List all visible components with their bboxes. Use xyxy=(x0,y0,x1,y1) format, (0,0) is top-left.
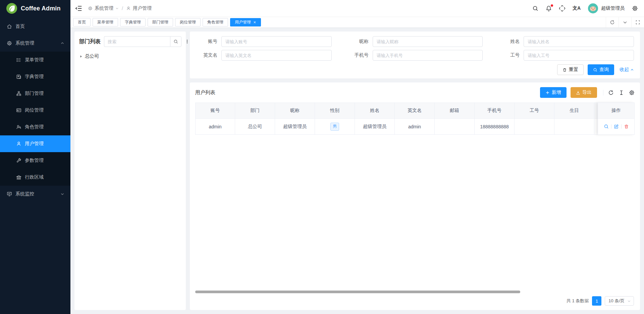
notification-bell-icon[interactable] xyxy=(546,5,552,11)
dept-panel-title: 部门列表 xyxy=(79,38,101,45)
export-button[interactable]: 导出 xyxy=(571,87,597,98)
dept-tree: 总公司 xyxy=(79,52,181,61)
sidebar-item-label: 参数管理 xyxy=(25,158,64,164)
refresh-icon[interactable] xyxy=(608,90,614,96)
translate-icon[interactable]: 文A xyxy=(573,5,581,11)
name-field[interactable] xyxy=(524,36,634,47)
table-row[interactable]: admin 总公司 超级管理员 男 超级管理员 admin 1888888888… xyxy=(195,119,635,135)
sidebar-item-user-mgmt[interactable]: 用户管理 xyxy=(0,135,70,152)
settings-gear-icon[interactable] xyxy=(632,5,638,11)
sidebar-item-role-mgmt[interactable]: 角色管理 xyxy=(0,119,70,135)
column-header[interactable]: 邮箱 xyxy=(435,103,475,119)
query-button[interactable]: 查询 xyxy=(588,64,614,75)
menu-fold-icon[interactable] xyxy=(75,5,83,12)
caret-right-icon[interactable] xyxy=(79,55,83,58)
scrollbar-thumb[interactable] xyxy=(195,291,520,293)
right-column: 账号 昵称 姓名 英文名 xyxy=(190,32,640,310)
sidebar-item-system[interactable]: 系统管理 xyxy=(0,35,70,52)
chevron-down-icon xyxy=(60,192,64,196)
sidebar-item-admin-region[interactable]: 行政区域 xyxy=(0,169,70,186)
topbar-actions: 文A 超级管理员 xyxy=(532,3,638,13)
sidebar-item-home[interactable]: 首页 xyxy=(0,18,70,35)
collapse-link[interactable]: 收起 xyxy=(620,67,634,73)
chevron-down-icon xyxy=(115,7,119,10)
column-settings-gear-icon[interactable] xyxy=(629,90,635,96)
sidebar-item-post-mgmt[interactable]: 岗位管理 xyxy=(0,102,70,119)
tab-dept-mgmt[interactable]: 部门管理 xyxy=(148,18,173,26)
operation-header-row: 操作 xyxy=(598,103,635,119)
pagination: 共 1 条数据 1 10 条/页 xyxy=(195,295,635,307)
gear-icon xyxy=(7,41,12,46)
user-menu[interactable]: 超级管理员 xyxy=(588,3,625,13)
page-size-select[interactable]: 10 条/页 xyxy=(605,296,634,306)
dept-panel-header: 部门列表 xyxy=(79,36,181,47)
tab-menu-mgmt[interactable]: 菜单管理 xyxy=(93,18,118,26)
dept-search-button[interactable] xyxy=(170,36,181,47)
search-icon[interactable] xyxy=(532,5,538,11)
column-header[interactable]: 性别 xyxy=(315,103,355,119)
sidebar: Coffee Admin 首页 系统管理 菜单管理 字典管理 xyxy=(0,0,70,314)
sidebar-item-label: 行政区域 xyxy=(25,174,64,180)
column-header[interactable]: 昵称 xyxy=(275,103,315,119)
breadcrumb-section[interactable]: 系统管理 xyxy=(88,5,119,11)
home-icon xyxy=(7,24,12,29)
chevron-down-icon[interactable] xyxy=(619,17,631,27)
tab-label: 部门管理 xyxy=(152,19,168,25)
column-header[interactable]: 账号 xyxy=(195,103,235,119)
sidebar-item-dict-mgmt[interactable]: 字典管理 xyxy=(0,68,70,85)
action-divider xyxy=(611,124,611,129)
dept-panel: 部门列表 总公司 xyxy=(74,32,186,310)
column-header[interactable]: 部门 xyxy=(235,103,275,119)
fullscreen-icon[interactable] xyxy=(559,5,565,11)
tabbar: 首页 菜单管理 字典管理 部门管理 岗位管理 角色管理 用户管理 xyxy=(70,17,644,27)
column-header[interactable]: 英文名 xyxy=(395,103,435,119)
job-number-field[interactable] xyxy=(524,50,634,61)
table-toolbar: 新增 导出 xyxy=(540,87,635,98)
column-header[interactable]: 生日 xyxy=(554,103,594,119)
tab-label: 首页 xyxy=(78,19,86,25)
column-header[interactable]: 姓名 xyxy=(355,103,395,119)
dept-search-input[interactable] xyxy=(104,36,170,47)
field-label: 账号 xyxy=(196,39,217,45)
tab-post-mgmt[interactable]: 岗位管理 xyxy=(175,18,201,26)
tab-role-mgmt[interactable]: 角色管理 xyxy=(203,18,228,26)
tab-home[interactable]: 首页 xyxy=(73,18,91,26)
username: 超级管理员 xyxy=(601,5,625,11)
sidebar-item-label: 部门管理 xyxy=(25,90,64,97)
tab-user-mgmt[interactable]: 用户管理 xyxy=(230,18,261,26)
cell-phone: 18888888888 xyxy=(475,119,515,135)
account-field[interactable] xyxy=(221,36,332,47)
close-icon[interactable] xyxy=(253,21,256,24)
sidebar-item-label: 首页 xyxy=(15,23,64,29)
row-height-icon[interactable] xyxy=(619,90,624,96)
tab-dict-mgmt[interactable]: 字典管理 xyxy=(120,18,146,26)
sidebar-menu: 首页 系统管理 菜单管理 字典管理 部门管理 xyxy=(0,17,70,314)
sidebar-item-label: 用户管理 xyxy=(25,141,64,147)
cell-name: 超级管理员 xyxy=(355,119,395,135)
column-header[interactable]: 工号 xyxy=(515,103,554,119)
refresh-icon[interactable] xyxy=(606,17,619,27)
more-options-icon[interactable] xyxy=(185,39,190,44)
english-name-field[interactable] xyxy=(221,50,332,61)
field-label: 姓名 xyxy=(498,39,520,45)
add-button[interactable]: 新增 xyxy=(540,87,567,98)
reset-button[interactable]: 重置 xyxy=(557,64,584,75)
id-card-icon xyxy=(16,108,21,113)
tree-node-root[interactable]: 总公司 xyxy=(79,52,181,61)
tab-label: 字典管理 xyxy=(125,19,141,25)
nickname-field[interactable] xyxy=(373,36,483,47)
maximize-icon[interactable] xyxy=(631,17,644,27)
phone-field[interactable] xyxy=(373,50,483,61)
page-button-1[interactable]: 1 xyxy=(592,296,601,306)
view-icon[interactable] xyxy=(604,124,609,129)
breadcrumb-separator: / xyxy=(122,6,123,11)
delete-icon[interactable] xyxy=(624,124,629,129)
form-item-name: 姓名 xyxy=(498,36,634,47)
column-header[interactable]: 手机号 xyxy=(475,103,515,119)
user-icon xyxy=(16,141,21,146)
sidebar-item-monitor[interactable]: 系统监控 xyxy=(0,186,70,202)
sidebar-item-dept-mgmt[interactable]: 部门管理 xyxy=(0,85,70,102)
edit-icon[interactable] xyxy=(614,124,619,129)
sidebar-item-param-mgmt[interactable]: 参数管理 xyxy=(0,152,70,169)
sidebar-item-menu-mgmt[interactable]: 菜单管理 xyxy=(0,52,70,68)
